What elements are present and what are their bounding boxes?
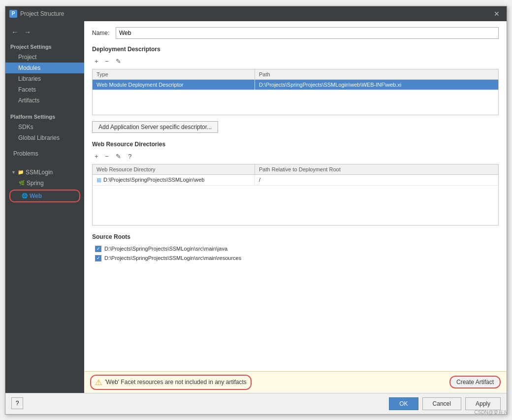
apply-button[interactable]: Apply [465, 397, 501, 410]
deployment-table-header: Type Path [93, 69, 498, 80]
deployment-descriptors-title: Deployment Descriptors [92, 46, 499, 53]
add-server-descriptor-button[interactable]: Add Application Server specific descript… [92, 121, 218, 133]
source-roots-section: Source Roots ✓ D:\Projects\SpringProject… [92, 233, 499, 263]
sidebar-item-artifacts[interactable]: Artifacts [5, 95, 84, 106]
tree-spring-label: Spring [27, 180, 44, 187]
web-resource-table: Web Resource Directory Path Relative to … [92, 164, 499, 226]
warning-icon: ⚠ [95, 378, 102, 387]
sidebar-item-label-modules: Modules [18, 65, 40, 71]
web-dir-cell: ▦ D:\Projects\SpringProjects\SSMLogin\we… [93, 175, 255, 185]
expand-arrow: ▼ [11, 170, 16, 175]
warning-border-container: ⚠ 'Web' Facet resources are not included… [90, 375, 252, 390]
path-header: Path [255, 69, 498, 79]
dir-icon-symbol: ▦ [96, 177, 101, 183]
back-button[interactable]: ← [9, 27, 20, 37]
dialog-body: ← → Project Settings Project Modules Lib… [5, 21, 507, 393]
module-tree: ▼ 📁 SSMLogin 🌿 Spring 🌐 Web [5, 167, 84, 203]
cancel-button[interactable]: Cancel [422, 397, 461, 410]
platform-settings-label: Platform Settings [5, 111, 84, 122]
sidebar-item-label-artifacts: Artifacts [18, 97, 39, 104]
rel-path-cell: / [255, 175, 498, 185]
close-button[interactable]: ✕ [491, 9, 503, 19]
title-bar: P Project Structure ✕ [5, 6, 507, 21]
web-resource-empty-area [93, 186, 498, 225]
sidebar-item-project[interactable]: Project [5, 52, 84, 63]
help-button[interactable]: ? [11, 397, 23, 409]
source-root-1-checkbox[interactable]: ✓ [95, 255, 101, 261]
sidebar-item-libraries[interactable]: Libraries [5, 73, 84, 84]
deployment-path-cell: D:\Projects\SpringProjects\SSMLogin\web\… [255, 80, 498, 90]
sidebar-item-problems[interactable]: Problems [5, 148, 84, 159]
sidebar-item-label-project: Project [18, 54, 36, 61]
tree-root-ssm[interactable]: ▼ 📁 SSMLogin [7, 167, 82, 178]
web-dir-header: Web Resource Directory [93, 164, 255, 174]
project-settings-label: Project Settings [5, 41, 84, 52]
name-row: Name: [92, 27, 499, 39]
sidebar-item-label-libraries: Libraries [18, 75, 41, 82]
app-icon: P [9, 10, 17, 18]
deployment-table-row[interactable]: Web Module Deployment Descriptor D:\Proj… [93, 80, 498, 90]
deployment-empty-area [93, 90, 498, 115]
watermark: CSDN@梁辰兴 [475, 409, 509, 416]
web-resource-table-row[interactable]: ▦ D:\Projects\SpringProjects\SSMLogin\we… [93, 175, 498, 186]
dialog-title: Project Structure [20, 10, 64, 17]
source-root-1[interactable]: ✓ D:\Projects\SpringProjects\SSMLogin\sr… [92, 254, 499, 263]
warning-text: 'Web' Facet resources are not included i… [105, 379, 247, 386]
source-root-0[interactable]: ✓ D:\Projects\SpringProjects\SSMLogin\sr… [92, 244, 499, 254]
name-input[interactable] [116, 27, 499, 39]
ok-button[interactable]: OK [389, 397, 418, 410]
folder-icon: 📁 [17, 169, 24, 176]
spring-icon: 🌿 [18, 180, 25, 187]
source-root-0-checkbox[interactable]: ✓ [95, 246, 101, 252]
content-area: Name: Deployment Descriptors + − ✎ Type … [84, 21, 507, 371]
web-module-icon: 🌐 [21, 193, 28, 199]
add-web-dir-btn[interactable]: + [92, 152, 101, 161]
web-resource-dirs-section: Web Resource Directories + − ✎ ? Web Res… [92, 141, 499, 226]
help-web-dir-btn[interactable]: ? [126, 152, 134, 161]
type-header: Type [93, 69, 255, 79]
sidebar-item-global-libraries[interactable]: Global Libraries [5, 132, 84, 143]
sidebar-item-label-facets: Facets [18, 86, 36, 93]
sidebar-item-label-global-libs: Global Libraries [18, 134, 60, 141]
warning-bar: ⚠ 'Web' Facet resources are not included… [84, 371, 507, 393]
source-root-0-label: D:\Projects\SpringProjects\SSMLogin\src\… [104, 246, 227, 252]
sidebar-item-facets[interactable]: Facets [5, 84, 84, 95]
deployment-table: Type Path Web Module Deployment Descript… [92, 69, 499, 115]
dialog-footer: ? OK Cancel Apply [5, 393, 507, 414]
tree-web[interactable]: 🌐 Web [9, 190, 80, 202]
tree-root-label: SSMLogin [26, 169, 53, 176]
rel-path-header: Path Relative to Deployment Root [255, 164, 498, 174]
project-structure-dialog: P Project Structure ✕ ← → Project Settin… [5, 6, 507, 415]
sidebar: ← → Project Settings Project Modules Lib… [5, 21, 84, 393]
name-label: Name: [92, 30, 112, 36]
sidebar-item-label-problems: Problems [13, 150, 38, 157]
edit-web-dir-btn[interactable]: ✎ [113, 152, 124, 161]
edit-descriptor-btn[interactable]: ✎ [113, 57, 124, 66]
main-content: Name: Deployment Descriptors + − ✎ Type … [84, 21, 507, 393]
web-resource-toolbar: + − ✎ ? [92, 152, 499, 161]
add-descriptor-btn[interactable]: + [92, 57, 101, 66]
tree-spring[interactable]: 🌿 Spring [7, 178, 82, 189]
sidebar-item-modules[interactable]: Modules [5, 63, 84, 73]
deployment-toolbar: + − ✎ [92, 57, 499, 66]
source-root-1-label: D:\Projects\SpringProjects\SSMLogin\src\… [104, 255, 241, 261]
web-dir-value: D:\Projects\SpringProjects\SSMLogin\web [103, 177, 204, 183]
sidebar-item-label-sdks: SDKs [18, 124, 33, 130]
sidebar-item-sdks[interactable]: SDKs [5, 122, 84, 132]
web-resource-table-header: Web Resource Directory Path Relative to … [93, 164, 498, 175]
forward-button[interactable]: → [22, 27, 33, 37]
web-resource-dirs-title: Web Resource Directories [92, 141, 499, 148]
remove-web-dir-btn[interactable]: − [103, 152, 112, 161]
deployment-type-cell: Web Module Deployment Descriptor [93, 80, 255, 90]
source-roots-title: Source Roots [92, 233, 499, 240]
create-artifact-button[interactable]: Create Artifact [449, 376, 501, 388]
remove-descriptor-btn[interactable]: − [103, 57, 112, 66]
tree-web-label: Web [30, 193, 42, 199]
